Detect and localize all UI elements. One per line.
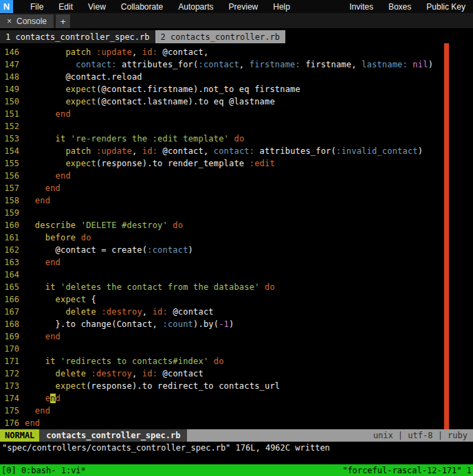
menu-items-right: InvitesBoxesPublic Key: [342, 2, 473, 12]
code-line[interactable]: 148 @contact.reload: [0, 71, 473, 83]
vim-tab[interactable]: 1 contacts_controller_spec.rb: [0, 30, 155, 43]
code-text: end: [25, 392, 60, 405]
menu-item-collaborate[interactable]: Collaborate: [113, 2, 170, 12]
code-text: patch :update, id: @contact, contact: at…: [25, 145, 423, 157]
code-line[interactable]: 168 }.to change(Contact, :count).by(-1): [0, 318, 473, 330]
vim-command-line: "spec/controllers/contacts_controller_sp…: [0, 442, 473, 454]
cloud-ide-window: N FileEditViewCollaborateAutopartsPrevie…: [0, 0, 473, 476]
code-text: end: [25, 330, 60, 343]
code-line[interactable]: 147 contact: attributes_for(:contact, fi…: [0, 58, 473, 71]
code-text: expect {: [25, 293, 96, 306]
line-number: 176: [0, 417, 19, 429]
code-line[interactable]: 167 delete :destroy, id: @contact: [0, 306, 473, 318]
line-number: 152: [0, 120, 19, 133]
code-line[interactable]: 165 it 'deletes the contact from the dat…: [0, 281, 473, 293]
console-tab-bar: × Console +: [0, 13, 473, 28]
code-text: end: [25, 182, 60, 194]
code-line[interactable]: 151 end: [0, 108, 473, 120]
line-number: 169: [0, 330, 19, 343]
menu-items: FileEditViewCollaborateAutopartsPreviewH…: [23, 2, 298, 12]
tmux-window-list: [0] 0:bash- 1:vi*: [1, 466, 86, 475]
tmux-status-bar: [0] 0:bash- 1:vi* "forceful-rascal-12-17…: [0, 464, 473, 476]
vim-tab[interactable]: 2 contacts_controller.rb: [155, 30, 285, 43]
code-editor[interactable]: 146 patch :update, id: @contact,147 cont…: [0, 43, 473, 429]
code-line[interactable]: 166 expect {: [0, 293, 473, 306]
code-line[interactable]: 172 delete :destroy, id: @contact: [0, 367, 473, 380]
code-line[interactable]: 154 patch :update, id: @contact, contact…: [0, 145, 473, 157]
code-line[interactable]: 146 patch :update, id: @contact,: [0, 46, 473, 58]
menubar: N FileEditViewCollaborateAutopartsPrevie…: [0, 0, 473, 13]
statusline-filename: contacts_controller_spec.rb: [39, 429, 187, 442]
menu-item-edit[interactable]: Edit: [51, 2, 80, 12]
statusline-fileinfo: unix | utf-8 | ruby: [368, 429, 473, 442]
code-line[interactable]: 174 end: [0, 392, 473, 405]
line-number: 173: [0, 380, 19, 392]
code-text: end: [25, 405, 50, 417]
code-line[interactable]: 171 it 'redirects to contacts#index' do: [0, 355, 473, 367]
line-number: 156: [0, 170, 19, 182]
code-line[interactable]: 153 it 're-renders the :edit template' d…: [0, 133, 473, 145]
menu-item-help[interactable]: Help: [265, 2, 298, 12]
line-number: 157: [0, 182, 19, 194]
line-number: 150: [0, 95, 19, 108]
code-line[interactable]: 163 end: [0, 256, 473, 269]
console-tab[interactable]: × Console: [0, 14, 54, 28]
code-text: end: [25, 170, 71, 182]
code-text: delete :destroy, id: @contact: [25, 367, 204, 380]
line-number: 171: [0, 355, 19, 367]
line-number: 174: [0, 392, 19, 405]
code-text: end: [25, 256, 60, 269]
code-line[interactable]: 170: [0, 343, 473, 355]
code-text: describe 'DELETE #destroy' do: [25, 219, 183, 231]
menu-item-autoparts[interactable]: Autoparts: [170, 2, 221, 12]
line-number: 170: [0, 343, 19, 355]
code-text: it 're-renders the :edit template' do: [25, 133, 244, 145]
console-tab-label: Console: [16, 16, 47, 26]
code-line[interactable]: 159: [0, 207, 473, 219]
code-line[interactable]: 150 expect(@contact.lastname).to eq @las…: [0, 95, 473, 108]
code-line[interactable]: 161 before do: [0, 231, 473, 244]
code-text: end: [25, 194, 50, 207]
menu-item-view[interactable]: View: [80, 2, 113, 12]
code-text: contact: attributes_for(:contact, firstn…: [25, 58, 433, 71]
app-logo[interactable]: N: [0, 0, 13, 13]
code-line[interactable]: 155 expect(response).to render_template …: [0, 157, 473, 170]
line-number: 167: [0, 306, 19, 318]
line-number: 159: [0, 207, 19, 219]
line-number: 161: [0, 231, 19, 244]
close-icon[interactable]: ×: [7, 17, 12, 25]
menu-item-preview[interactable]: Preview: [221, 2, 266, 12]
code-line[interactable]: 164: [0, 269, 473, 281]
line-number: 149: [0, 83, 19, 95]
code-line[interactable]: 175 end: [0, 405, 473, 417]
line-number: 148: [0, 71, 19, 83]
line-number: 168: [0, 318, 19, 330]
code-text: end: [25, 108, 71, 120]
tmux-session-info: "forceful-rascal-12-171" 1: [342, 466, 472, 475]
menu-item-invites[interactable]: Invites: [342, 2, 381, 12]
code-line[interactable]: 169 end: [0, 330, 473, 343]
vim-tabline: 1 contacts_controller_spec.rb2 contacts_…: [0, 30, 473, 43]
code-text: @contact.reload: [25, 71, 142, 83]
code-line[interactable]: 158 end: [0, 194, 473, 207]
code-line[interactable]: 157 end: [0, 182, 473, 194]
code-text: }.to change(Contact, :count).by(-1): [25, 318, 234, 330]
menu-item-boxes[interactable]: Boxes: [381, 2, 419, 12]
menu-item-file[interactable]: File: [23, 2, 51, 12]
code-text: expect(@contact.firstname).not_to eq fir…: [25, 83, 300, 95]
line-number: 164: [0, 269, 19, 281]
code-text: @contact = create(:contact): [25, 244, 193, 256]
terminal-gap: [0, 454, 473, 464]
code-line[interactable]: 173 expect(response).to redirect_to cont…: [0, 380, 473, 392]
code-line[interactable]: 160 describe 'DELETE #destroy' do: [0, 219, 473, 231]
code-line[interactable]: 156 end: [0, 170, 473, 182]
mode-indicator: NORMAL: [0, 429, 39, 442]
code-line[interactable]: 162 @contact = create(:contact): [0, 244, 473, 256]
line-number: 162: [0, 244, 19, 256]
code-line[interactable]: 176end: [0, 417, 473, 429]
code-line[interactable]: 152: [0, 120, 473, 133]
line-number: 147: [0, 58, 19, 71]
code-line[interactable]: 149 expect(@contact.firstname).not_to eq…: [0, 83, 473, 95]
new-console-tab-button[interactable]: +: [56, 14, 70, 28]
menu-item-public-key[interactable]: Public Key: [419, 2, 473, 12]
